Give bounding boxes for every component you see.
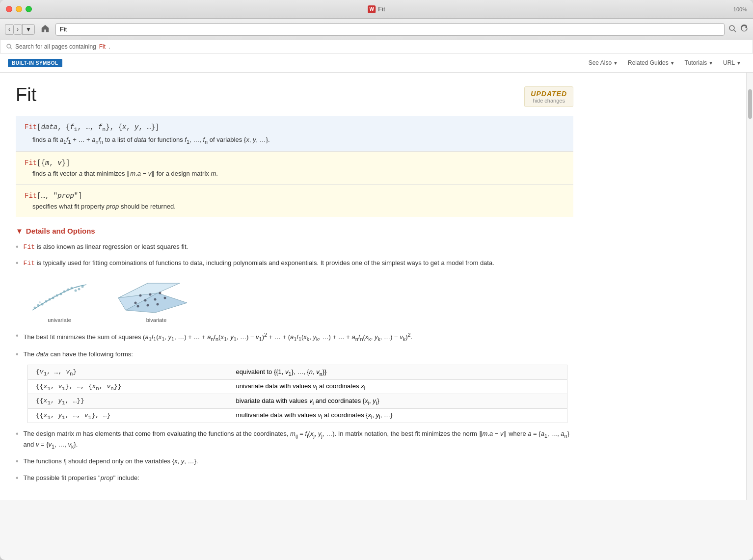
syntax-line-2: Fit[{m, v}]: [25, 159, 565, 167]
bullet-dot-5: •: [16, 430, 19, 438]
svg-point-2: [7, 44, 11, 48]
bullet-item-6: • The functions fi should depend only on…: [16, 456, 573, 467]
app-window: W Fit 100% ‹ › ▼ Search for all pages co…: [0, 0, 753, 560]
bullet-dot-1: •: [16, 243, 19, 251]
doc-nav-right: See Also ▼ Related Guides ▼ Tutorials ▼ …: [585, 57, 745, 68]
svg-point-32: [137, 305, 139, 308]
back-button[interactable]: ‹: [5, 24, 13, 35]
traffic-lights: [6, 6, 32, 12]
syntax-line-3: Fit[…, "prop"]: [25, 191, 565, 200]
window-title: Fit: [378, 5, 385, 13]
section-arrow: ▼: [16, 227, 23, 235]
url-chevron: ▼: [736, 60, 741, 66]
tutorials-dropdown[interactable]: Tutorials ▼: [681, 57, 717, 68]
tutorials-chevron: ▼: [708, 60, 713, 66]
dropdown-button[interactable]: ▼: [22, 24, 35, 35]
bullet-text-4: The data can have the following forms:: [24, 349, 133, 359]
svg-point-26: [144, 299, 147, 302]
hide-changes-link[interactable]: hide changes: [531, 98, 567, 104]
svg-point-34: [157, 303, 159, 306]
syntax-block-1: Fit[data, {f1, …, fn}, {x, y, …}] finds …: [16, 116, 573, 152]
content-wrapper: BUILT-IN SYMBOL See Also ▼ Related Guide…: [0, 53, 753, 500]
table-row: {{x1, y1, …}} bivariate data with values…: [28, 394, 567, 409]
built-in-badge: BUILT-IN SYMBOL: [8, 59, 62, 67]
bullet-fit-link-1[interactable]: Fit: [24, 243, 35, 251]
svg-point-18: [39, 301, 41, 303]
syntax-args-1: [data, {f1, …, fn}, {x, y, …}]: [37, 123, 159, 131]
page-title: Fit: [16, 84, 36, 106]
svg-line-3: [10, 48, 12, 49]
doc-content: Fit UPDATED hide changes Fit[data, {f1, …: [0, 73, 589, 500]
see-also-dropdown[interactable]: See Also ▼: [585, 57, 622, 68]
data-forms-table: {v1, …, vn} equivalent to {{1, v1}, …, {…: [27, 365, 567, 423]
bivariate-label: bivariate: [146, 317, 167, 323]
doc-outer: Fit UPDATED hide changes Fit[data, {f1, …: [0, 73, 753, 500]
table-code-cell: {{x1, y1, …, v1}, …}: [28, 408, 228, 423]
related-guides-dropdown[interactable]: Related Guides ▼: [624, 57, 679, 68]
toolbar: ‹ › ▼: [0, 19, 753, 40]
illus-bivariate: bivariate: [111, 276, 202, 323]
svg-point-30: [149, 293, 152, 296]
updated-badge: UPDATED hide changes: [524, 86, 573, 107]
bullet-item-2: • Fit is typically used for fitting comb…: [16, 258, 573, 268]
table-desc-cell: multivariate data with values vi at coor…: [228, 408, 567, 423]
zoom-indicator: 100%: [733, 6, 747, 12]
suggestion-search-icon: [6, 44, 12, 50]
updated-label: UPDATED: [531, 90, 567, 98]
svg-point-28: [164, 297, 166, 299]
univariate-label: univariate: [48, 317, 71, 323]
table-row: {{x1, v1}, …, {xn, vn}} univariate data …: [28, 379, 567, 394]
bullet-text-3: The best fit minimizes the sum of square…: [24, 331, 413, 343]
bullet-item-1: • Fit is also known as linear regression…: [16, 242, 573, 252]
syntax-fit-link-2[interactable]: Fit: [25, 159, 37, 167]
svg-point-15: [75, 290, 77, 292]
svg-point-19: [54, 295, 55, 297]
search-icon: [728, 25, 736, 32]
svg-line-1: [734, 30, 736, 32]
url-dropdown[interactable]: URL ▼: [719, 57, 745, 68]
scrollbar-thumb[interactable]: [748, 89, 752, 119]
illustrations: univariate: [27, 276, 573, 323]
forward-button[interactable]: ›: [13, 24, 22, 35]
svg-point-27: [154, 298, 157, 301]
bullet-text-6: The functions fi should depend only on t…: [24, 456, 198, 467]
svg-point-33: [147, 304, 149, 307]
home-button[interactable]: [39, 22, 52, 36]
details-section-header[interactable]: ▼ Details and Options: [16, 227, 573, 235]
maximize-button[interactable]: [26, 6, 32, 12]
section-title: Details and Options: [26, 227, 95, 235]
bullet-text-1: Fit is also known as linear regression o…: [24, 242, 188, 252]
svg-point-29: [139, 294, 142, 297]
table-desc-cell: univariate data with values vi at coordi…: [228, 379, 567, 394]
bullet-text-2: Fit is typically used for fitting combin…: [24, 258, 494, 268]
search-suggestion: Search for all pages containing Fit.: [0, 40, 753, 53]
app-icon: W: [368, 5, 376, 13]
syntax-desc-1: finds a fit a1f1 + … + anfn to a list of…: [25, 136, 565, 145]
window-title-area: W Fit: [368, 5, 385, 13]
syntax-fit-link-1[interactable]: Fit: [25, 123, 37, 131]
bullet-dot-2: •: [16, 259, 19, 267]
bivariate-svg: [111, 276, 202, 315]
syntax-block-2: Fit[{m, v}] finds a fit vector a that mi…: [16, 152, 573, 185]
suggestion-suffix: .: [108, 43, 110, 50]
bullet-dot-3: •: [16, 332, 19, 340]
syntax-args-2: [{m, v}]: [37, 159, 70, 167]
bullet-item-5: • The design matrix m has elements that …: [16, 429, 573, 451]
minimize-button[interactable]: [16, 6, 22, 12]
bullet-dot-6: •: [16, 457, 19, 465]
syntax-desc-2: finds a fit vector a that minimizes ‖m.a…: [25, 170, 565, 177]
svg-point-16: [78, 288, 81, 291]
nav-button-group: ‹ › ▼: [5, 24, 35, 35]
suggestion-link[interactable]: Fit: [99, 43, 106, 50]
close-button[interactable]: [6, 6, 12, 12]
svg-point-25: [134, 302, 137, 304]
svg-point-21: [76, 286, 78, 288]
address-input[interactable]: [55, 23, 725, 36]
syntax-block-3: Fit[…, "prop"] specifies what fit proper…: [16, 185, 573, 217]
syntax-fit-link-3[interactable]: Fit: [25, 192, 37, 200]
bullet-fit-link-2[interactable]: Fit: [24, 260, 35, 267]
search-button[interactable]: [728, 25, 736, 34]
refresh-button[interactable]: [740, 25, 748, 34]
univariate-svg: [27, 281, 91, 315]
table-desc-cell: bivariate data with values vi and coordi…: [228, 394, 567, 409]
